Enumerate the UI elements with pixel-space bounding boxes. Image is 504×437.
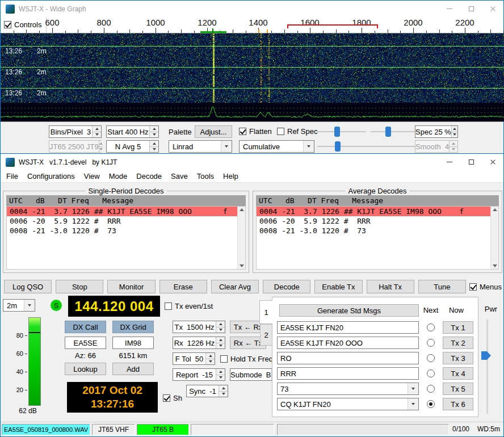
- lookup-button[interactable]: Lookup: [65, 363, 106, 375]
- spec-percent-spinner[interactable]: Spec 25 %: [415, 125, 458, 138]
- minimize-icon[interactable]: [439, 1, 460, 17]
- decode-row[interactable]: 0008 -21 -3.0 1220 # 73: [257, 226, 498, 236]
- clear-avg-button[interactable]: Clear Avg: [211, 280, 259, 293]
- menu-help[interactable]: Help: [219, 170, 243, 182]
- tx-message-2-field[interactable]: EA5SE K1JT FN20 OOO: [277, 337, 419, 349]
- menu-configurations[interactable]: Configurations: [23, 170, 79, 182]
- dx-call-input[interactable]: EA5SE: [65, 337, 106, 349]
- spinner-arrows-icon[interactable]: [216, 337, 225, 348]
- bins-per-pixel-spinner[interactable]: Bins/Pixel 3: [49, 125, 102, 138]
- wide-graph-titlebar: WSJT-X - Wide Graph: [1, 1, 503, 17]
- flatten-checkbox[interactable]: Flatten: [239, 127, 272, 136]
- spinner-arrows-icon[interactable]: [149, 141, 158, 152]
- tune-button[interactable]: Tune: [418, 280, 466, 293]
- spinner-arrows-icon[interactable]: [216, 369, 225, 380]
- tx-4-now-button[interactable]: Tx 4: [443, 367, 473, 380]
- spinner-arrows-icon[interactable]: [92, 126, 101, 137]
- tx-6-next-radio[interactable]: [427, 400, 435, 408]
- waterfall-canvas[interactable]: [1, 33, 504, 103]
- dx-call-button[interactable]: DX Call: [65, 321, 106, 333]
- menus-checkbox[interactable]: Menus: [469, 283, 502, 291]
- tx-6-now-button[interactable]: Tx 6: [443, 398, 473, 410]
- menu-tools[interactable]: Tools: [192, 170, 219, 182]
- menu-save[interactable]: Save: [166, 170, 192, 182]
- tx-even-checkbox[interactable]: Tx even/1st: [165, 302, 213, 310]
- spinner-arrows-icon[interactable]: [451, 126, 457, 137]
- tx-1-now-button[interactable]: Tx 1: [443, 321, 473, 334]
- signal-tick: [267, 30, 268, 33]
- scroll-down-icon[interactable]: [240, 264, 244, 267]
- adjust-palette-button[interactable]: Adjust...: [195, 125, 232, 138]
- sync-spinner[interactable]: Sync -1: [186, 385, 228, 397]
- contrast-slider[interactable]: [317, 141, 419, 152]
- maximize-icon[interactable]: [460, 1, 482, 17]
- add-button[interactable]: Add: [112, 363, 154, 375]
- palette-combo[interactable]: Linrad: [169, 140, 232, 153]
- tab-2[interactable]: 2: [260, 324, 272, 346]
- dx-grid-button[interactable]: DX Grid: [112, 321, 154, 333]
- menu-mode[interactable]: Mode: [104, 170, 132, 182]
- halt-tx-button[interactable]: Halt Tx: [367, 280, 414, 293]
- decode-row[interactable]: 0006 -20 5.9 1222 # RRR: [257, 216, 498, 226]
- decode-row[interactable]: 0008 -21 -3.0 1220 # 73: [7, 226, 245, 236]
- dx-grid-input[interactable]: IM98: [112, 337, 154, 349]
- pwr-slider-handle[interactable]: [481, 351, 491, 360]
- scrollbar[interactable]: [490, 207, 498, 269]
- menu-view[interactable]: View: [79, 170, 104, 182]
- close-icon[interactable]: [482, 154, 503, 170]
- tx-5-now-button[interactable]: Tx 5: [443, 383, 473, 395]
- pwr-slider[interactable]: [486, 320, 488, 414]
- spinner-arrows-icon[interactable]: [219, 385, 228, 397]
- tx-5-next-radio[interactable]: [427, 385, 435, 393]
- generate-std-msgs-button[interactable]: Generate Std Msgs: [279, 304, 419, 317]
- band-combo[interactable]: 2m: [3, 299, 35, 312]
- spinner-arrows-icon[interactable]: [205, 353, 215, 364]
- minimize-icon[interactable]: [439, 154, 460, 170]
- log-qso-button[interactable]: Log QSO: [4, 280, 52, 293]
- menu-decode[interactable]: Decode: [132, 170, 166, 182]
- scrollbar[interactable]: [237, 207, 245, 269]
- sh-checkbox[interactable]: Sh: [163, 394, 182, 402]
- gain-slider[interactable]: [317, 127, 366, 137]
- tx-2-next-radio[interactable]: [427, 339, 435, 347]
- tx-message-4-field[interactable]: RRR: [277, 367, 419, 380]
- decode-row[interactable]: 0006 -20 5.9 1222 # RRR: [7, 216, 245, 226]
- enable-tx-button[interactable]: Enable Tx: [314, 280, 362, 293]
- tx-message-1-field[interactable]: EA5SE K1JT FN20: [277, 321, 419, 334]
- erase-button[interactable]: Erase: [159, 280, 207, 293]
- menus-label: Menus: [480, 283, 502, 291]
- tx-1-next-radio[interactable]: [427, 323, 435, 331]
- tx-message-6-combo[interactable]: CQ K1JT FN20: [277, 398, 419, 410]
- scroll-up-icon[interactable]: [493, 208, 497, 211]
- display-mode-combo[interactable]: Cumulative: [239, 140, 314, 153]
- rx-frequency-spinner[interactable]: Rx 1226 Hz: [173, 337, 225, 349]
- submode-spinner[interactable]: Submode B: [230, 368, 276, 381]
- ref-spec-checkbox[interactable]: Ref Spec: [277, 127, 317, 136]
- scroll-up-icon[interactable]: [240, 208, 244, 211]
- start-frequency-spinner[interactable]: Start 400 Hz: [106, 125, 159, 138]
- f-tol-spinner[interactable]: F Tol 50: [173, 352, 215, 365]
- decode-row[interactable]: 0004 -21 3.7 1226 ## K1JT EA5SE IM98 OOO…: [257, 207, 498, 216]
- tx-3-now-button[interactable]: Tx 3: [443, 352, 473, 364]
- hold-tx-freq-checkbox[interactable]: Hold Tx Freq: [220, 355, 273, 363]
- n-avg-spinner[interactable]: N Avg 5: [106, 140, 159, 153]
- spinner-arrows-icon[interactable]: [216, 321, 225, 333]
- tab-1[interactable]: 1: [259, 300, 272, 324]
- tx-message-5-combo[interactable]: 73: [277, 383, 419, 395]
- maximize-icon[interactable]: [460, 154, 482, 170]
- tx-4-next-radio[interactable]: [427, 369, 435, 377]
- spinner-arrows-icon[interactable]: [149, 126, 158, 137]
- report-spinner[interactable]: Report -15: [173, 368, 225, 381]
- decode-button[interactable]: Decode: [263, 280, 310, 293]
- zero-slider[interactable]: [371, 127, 419, 137]
- close-icon[interactable]: [482, 1, 503, 17]
- tx-frequency-spinner[interactable]: Tx 1500 Hz: [173, 321, 225, 333]
- stop-button[interactable]: Stop: [56, 280, 103, 293]
- scroll-down-icon[interactable]: [493, 264, 497, 267]
- menu-file[interactable]: File: [2, 170, 23, 182]
- decode-row[interactable]: 0004 -21 3.7 1226 ## K1JT EA5SE IM98 OOO…: [7, 207, 245, 216]
- tx-3-next-radio[interactable]: [427, 354, 435, 362]
- monitor-button[interactable]: Monitor: [107, 280, 155, 293]
- tx-message-3-field[interactable]: RO: [277, 352, 419, 364]
- tx-2-now-button[interactable]: Tx 2: [443, 337, 473, 349]
